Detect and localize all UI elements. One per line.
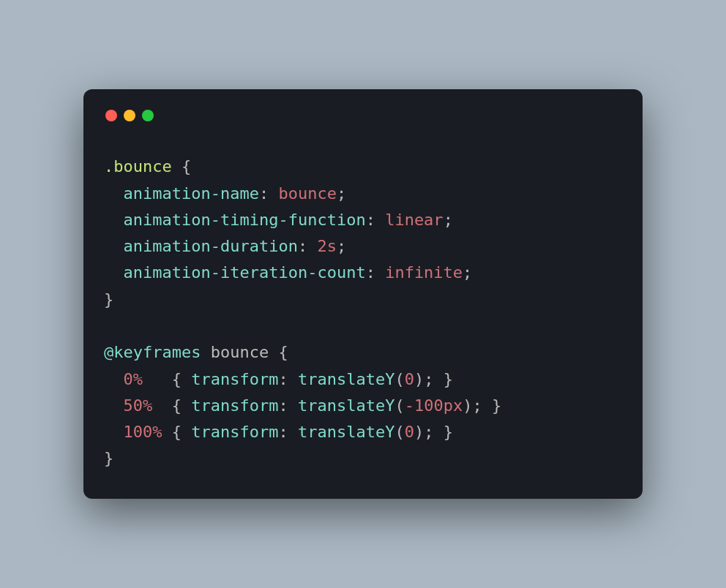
code-semicolon: ; [472,396,482,415]
code-space [172,157,182,176]
code-pad [152,396,162,415]
code-space [288,423,298,441]
code-open-brace: { [182,157,191,176]
code-colon: : [278,370,288,388]
code-semicolon: ; [444,211,453,229]
minimize-icon[interactable] [124,110,135,121]
code-prop: animation-name [124,184,259,203]
code-space [288,396,298,415]
code-open-brace: { [172,423,182,441]
code-space [307,237,317,255]
code-open-paren: ( [394,396,404,415]
code-space [269,343,278,361]
code-prop: transform [191,396,278,415]
code-close-brace: } [444,423,453,441]
code-arg: 0 [405,370,414,388]
code-open-paren: ( [394,370,404,388]
code-space [182,370,191,388]
code-space [162,396,172,415]
code-close-brace: } [104,449,113,467]
code-colon: : [278,423,288,441]
code-value: infinite [385,263,463,282]
code-space [433,423,443,441]
code-colon: : [366,211,375,229]
code-close-paren: ) [414,423,424,441]
code-colon: : [259,184,269,203]
code-value: 2s [317,237,337,255]
code-func: translateY [298,396,394,415]
code-space [375,263,385,282]
code-prop: transform [191,423,278,441]
code-percent: 50% [124,396,153,415]
code-semicolon: ; [463,263,472,282]
code-close-brace: } [492,396,501,415]
code-pad [143,370,162,388]
code-close-paren: ) [414,370,424,388]
code-close-paren: ) [463,396,472,415]
code-open-brace: { [172,396,182,415]
code-func: translateY [298,423,394,441]
code-space [162,423,171,441]
code-semicolon: ; [424,370,433,388]
code-open-brace: { [278,343,288,361]
code-semicolon: ; [337,237,346,255]
code-prop: animation-timing-function [124,211,366,229]
code-space [482,396,492,415]
code-atrule: @keyframes [104,343,201,361]
code-value: bounce [278,184,336,203]
close-icon[interactable] [105,110,117,121]
code-open-paren: ( [394,423,404,441]
code-arg: -100px [405,396,463,415]
code-space [182,396,191,415]
code-close-brace: } [444,370,453,388]
code-space [288,370,298,388]
code-space [433,370,443,388]
code-selector: .bounce [104,157,172,176]
code-semicolon: ; [337,184,346,203]
traffic-lights [105,110,622,121]
code-window: .bounce { animation-name: bounce; animat… [83,89,643,499]
code-close-brace: } [104,290,113,309]
code-percent: 100% [124,423,162,441]
code-colon: : [366,263,375,282]
code-space [201,343,210,361]
code-colon: : [298,237,307,255]
code-colon: : [278,396,288,415]
code-prop: animation-duration [124,237,298,255]
code-prop: transform [191,370,278,388]
code-percent: 0% [124,370,143,388]
code-func: translateY [298,370,394,388]
code-value: linear [385,211,443,229]
code-keyframe-name: bounce [211,343,269,361]
code-space [182,423,191,441]
code-space [269,184,278,203]
code-space [162,370,172,388]
code-block: .bounce { animation-name: bounce; animat… [104,154,622,472]
code-semicolon: ; [424,423,433,441]
maximize-icon[interactable] [142,110,154,121]
code-arg: 0 [405,423,414,441]
code-prop: animation-iteration-count [124,263,366,282]
code-open-brace: { [172,370,182,388]
code-space [375,211,385,229]
